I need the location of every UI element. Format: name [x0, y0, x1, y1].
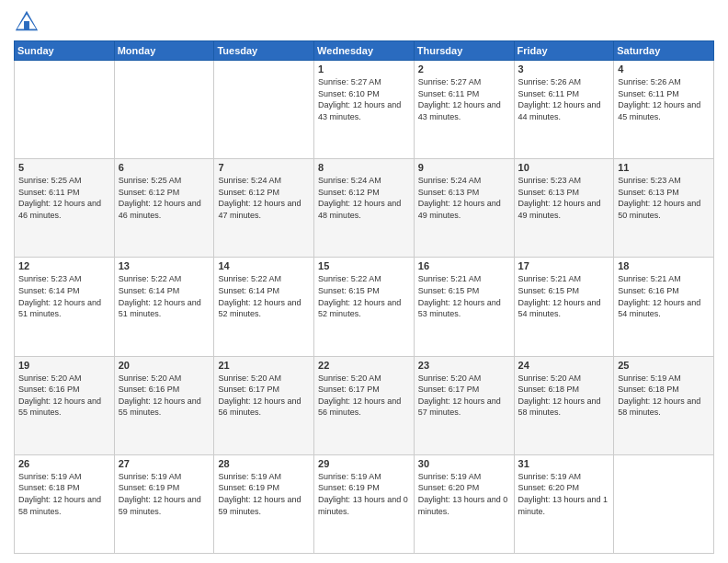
- day-number: 8: [318, 162, 410, 173]
- day-info: Sunrise: 5:22 AM Sunset: 6:14 PM Dayligh…: [218, 273, 310, 319]
- logo-icon: [14, 9, 40, 35]
- calendar-cell: 16Sunrise: 5:21 AM Sunset: 6:15 PM Dayli…: [414, 258, 514, 356]
- weekday-header-thursday: Thursday: [414, 41, 514, 61]
- calendar-cell: 29Sunrise: 5:19 AM Sunset: 6:19 PM Dayli…: [314, 454, 415, 553]
- day-number: 28: [218, 458, 310, 469]
- calendar-cell: 17Sunrise: 5:21 AM Sunset: 6:15 PM Dayli…: [514, 258, 614, 356]
- day-number: 18: [618, 260, 710, 271]
- calendar-cell: [114, 61, 214, 159]
- weekday-header-saturday: Saturday: [614, 41, 714, 61]
- calendar-cell: 9Sunrise: 5:24 AM Sunset: 6:13 PM Daylig…: [414, 159, 514, 258]
- day-info: Sunrise: 5:25 AM Sunset: 6:12 PM Dayligh…: [119, 175, 210, 221]
- weekday-header-monday: Monday: [114, 41, 214, 61]
- week-row-2: 5Sunrise: 5:25 AM Sunset: 6:11 PM Daylig…: [15, 159, 714, 258]
- week-row-4: 19Sunrise: 5:20 AM Sunset: 6:16 PM Dayli…: [15, 356, 714, 454]
- day-number: 25: [618, 360, 710, 371]
- day-number: 5: [18, 162, 110, 173]
- day-info: Sunrise: 5:19 AM Sunset: 6:20 PM Dayligh…: [418, 471, 510, 517]
- day-info: Sunrise: 5:19 AM Sunset: 6:20 PM Dayligh…: [518, 471, 610, 517]
- day-info: Sunrise: 5:21 AM Sunset: 6:15 PM Dayligh…: [418, 273, 510, 319]
- day-number: 16: [418, 260, 510, 271]
- day-number: 15: [318, 260, 410, 271]
- day-number: 9: [418, 162, 510, 173]
- calendar-cell: 14Sunrise: 5:22 AM Sunset: 6:14 PM Dayli…: [214, 258, 314, 356]
- day-number: 24: [518, 360, 610, 371]
- calendar-cell: 21Sunrise: 5:20 AM Sunset: 6:17 PM Dayli…: [214, 356, 314, 454]
- day-info: Sunrise: 5:26 AM Sunset: 6:11 PM Dayligh…: [518, 76, 610, 122]
- header: [14, 9, 714, 35]
- day-info: Sunrise: 5:20 AM Sunset: 6:17 PM Dayligh…: [318, 373, 410, 419]
- day-number: 29: [318, 458, 410, 469]
- week-row-1: 1Sunrise: 5:27 AM Sunset: 6:10 PM Daylig…: [15, 61, 714, 159]
- calendar-cell: 27Sunrise: 5:19 AM Sunset: 6:19 PM Dayli…: [114, 454, 214, 553]
- day-info: Sunrise: 5:19 AM Sunset: 6:19 PM Dayligh…: [119, 471, 210, 517]
- calendar-cell: 15Sunrise: 5:22 AM Sunset: 6:15 PM Dayli…: [314, 258, 415, 356]
- day-number: 27: [119, 458, 210, 469]
- calendar-cell: 20Sunrise: 5:20 AM Sunset: 6:16 PM Dayli…: [114, 356, 214, 454]
- day-number: 17: [518, 260, 610, 271]
- day-number: 30: [418, 458, 510, 469]
- day-number: 14: [218, 260, 310, 271]
- calendar-cell: 31Sunrise: 5:19 AM Sunset: 6:20 PM Dayli…: [514, 454, 614, 553]
- calendar-cell: [214, 61, 314, 159]
- day-number: 6: [119, 162, 210, 173]
- calendar-cell: 1Sunrise: 5:27 AM Sunset: 6:10 PM Daylig…: [314, 61, 415, 159]
- calendar-cell: 5Sunrise: 5:25 AM Sunset: 6:11 PM Daylig…: [15, 159, 115, 258]
- day-number: 26: [18, 458, 110, 469]
- day-number: 19: [18, 360, 110, 371]
- logo: [14, 9, 43, 35]
- weekday-header-tuesday: Tuesday: [214, 41, 314, 61]
- week-row-5: 26Sunrise: 5:19 AM Sunset: 6:18 PM Dayli…: [15, 454, 714, 553]
- calendar-cell: [15, 61, 115, 159]
- day-number: 23: [418, 360, 510, 371]
- calendar-cell: 22Sunrise: 5:20 AM Sunset: 6:17 PM Dayli…: [314, 356, 415, 454]
- calendar-table: SundayMondayTuesdayWednesdayThursdayFrid…: [14, 40, 714, 554]
- day-number: 2: [418, 63, 510, 75]
- calendar-cell: 30Sunrise: 5:19 AM Sunset: 6:20 PM Dayli…: [414, 454, 514, 553]
- calendar-cell: 28Sunrise: 5:19 AM Sunset: 6:19 PM Dayli…: [214, 454, 314, 553]
- weekday-header-friday: Friday: [514, 41, 614, 61]
- day-number: 31: [518, 458, 610, 469]
- day-info: Sunrise: 5:22 AM Sunset: 6:15 PM Dayligh…: [318, 273, 410, 319]
- day-number: 11: [618, 162, 710, 173]
- day-number: 21: [218, 360, 310, 371]
- calendar-cell: 26Sunrise: 5:19 AM Sunset: 6:18 PM Dayli…: [15, 454, 115, 553]
- calendar-cell: 7Sunrise: 5:24 AM Sunset: 6:12 PM Daylig…: [214, 159, 314, 258]
- weekday-header-row: SundayMondayTuesdayWednesdayThursdayFrid…: [15, 41, 714, 61]
- calendar-cell: 18Sunrise: 5:21 AM Sunset: 6:16 PM Dayli…: [614, 258, 714, 356]
- day-number: 3: [518, 63, 610, 75]
- day-info: Sunrise: 5:19 AM Sunset: 6:19 PM Dayligh…: [318, 471, 410, 517]
- day-info: Sunrise: 5:21 AM Sunset: 6:15 PM Dayligh…: [518, 273, 610, 319]
- page: SundayMondayTuesdayWednesdayThursdayFrid…: [0, 0, 728, 563]
- day-info: Sunrise: 5:23 AM Sunset: 6:13 PM Dayligh…: [618, 175, 710, 221]
- day-number: 22: [318, 360, 410, 371]
- day-info: Sunrise: 5:23 AM Sunset: 6:13 PM Dayligh…: [518, 175, 610, 221]
- weekday-header-wednesday: Wednesday: [314, 41, 415, 61]
- day-number: 12: [18, 260, 110, 271]
- calendar-cell: 2Sunrise: 5:27 AM Sunset: 6:11 PM Daylig…: [414, 61, 514, 159]
- day-info: Sunrise: 5:27 AM Sunset: 6:11 PM Dayligh…: [418, 76, 510, 122]
- day-number: 4: [618, 63, 710, 75]
- day-info: Sunrise: 5:20 AM Sunset: 6:16 PM Dayligh…: [119, 373, 210, 419]
- day-info: Sunrise: 5:20 AM Sunset: 6:16 PM Dayligh…: [18, 373, 110, 419]
- day-info: Sunrise: 5:20 AM Sunset: 6:17 PM Dayligh…: [218, 373, 310, 419]
- day-number: 13: [119, 260, 210, 271]
- calendar-cell: 13Sunrise: 5:22 AM Sunset: 6:14 PM Dayli…: [114, 258, 214, 356]
- day-info: Sunrise: 5:25 AM Sunset: 6:11 PM Dayligh…: [18, 175, 110, 221]
- day-info: Sunrise: 5:20 AM Sunset: 6:18 PM Dayligh…: [518, 373, 610, 419]
- day-info: Sunrise: 5:20 AM Sunset: 6:17 PM Dayligh…: [418, 373, 510, 419]
- week-row-3: 12Sunrise: 5:23 AM Sunset: 6:14 PM Dayli…: [15, 258, 714, 356]
- calendar-cell: 10Sunrise: 5:23 AM Sunset: 6:13 PM Dayli…: [514, 159, 614, 258]
- day-info: Sunrise: 5:22 AM Sunset: 6:14 PM Dayligh…: [119, 273, 210, 319]
- calendar-cell: 3Sunrise: 5:26 AM Sunset: 6:11 PM Daylig…: [514, 61, 614, 159]
- calendar-cell: 24Sunrise: 5:20 AM Sunset: 6:18 PM Dayli…: [514, 356, 614, 454]
- day-number: 10: [518, 162, 610, 173]
- calendar-cell: 19Sunrise: 5:20 AM Sunset: 6:16 PM Dayli…: [15, 356, 115, 454]
- calendar-cell: 8Sunrise: 5:24 AM Sunset: 6:12 PM Daylig…: [314, 159, 415, 258]
- day-number: 1: [318, 63, 410, 75]
- day-number: 20: [119, 360, 210, 371]
- calendar-cell: 12Sunrise: 5:23 AM Sunset: 6:14 PM Dayli…: [15, 258, 115, 356]
- day-info: Sunrise: 5:24 AM Sunset: 6:13 PM Dayligh…: [418, 175, 510, 221]
- day-number: 7: [218, 162, 310, 173]
- day-info: Sunrise: 5:24 AM Sunset: 6:12 PM Dayligh…: [218, 175, 310, 221]
